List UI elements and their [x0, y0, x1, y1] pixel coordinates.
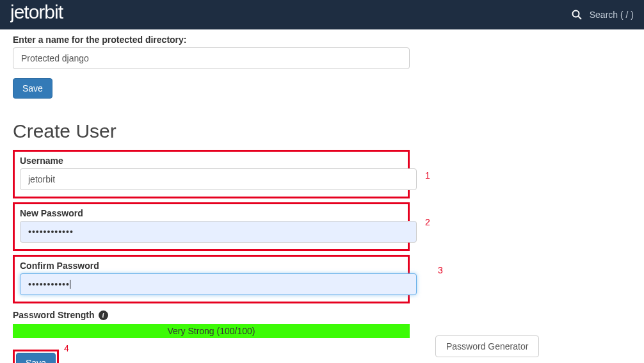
- confirm-password-highlight-box: Confirm Password •••••••••••: [13, 255, 410, 303]
- navbar: jetorbit Search ( / ): [0, 0, 644, 29]
- annotation-1: 1: [425, 170, 430, 181]
- annotation-2: 2: [425, 217, 430, 227]
- protected-dir-label: Enter a name for the protected directory…: [13, 35, 410, 45]
- save-user-button[interactable]: Save: [16, 353, 56, 363]
- svg-line-2: [578, 17, 581, 20]
- search-area[interactable]: Search ( / ): [572, 10, 634, 20]
- annotation-3: 3: [438, 265, 443, 275]
- password-generator-wrap: Password Generator: [435, 335, 539, 357]
- svg-point-1: [572, 11, 579, 17]
- main-content: Enter a name for the protected directory…: [0, 29, 423, 363]
- username-label: Username: [20, 156, 403, 166]
- annotation-4: 4: [64, 343, 69, 353]
- text-cursor: [70, 280, 70, 289]
- new-password-highlight-box: New Password ••••••••••••: [13, 202, 410, 251]
- save-protected-button[interactable]: Save: [13, 78, 52, 99]
- new-password-label: New Password: [20, 208, 403, 218]
- svg-text:jetorbit: jetorbit: [10, 3, 64, 22]
- protected-dir-input[interactable]: [13, 47, 410, 69]
- new-password-input[interactable]: ••••••••••••: [20, 221, 417, 243]
- username-input[interactable]: [20, 168, 417, 190]
- info-icon[interactable]: i: [99, 311, 108, 320]
- logo-svg: jetorbit: [10, 3, 125, 22]
- strength-label-row: Password Strength i: [13, 310, 410, 320]
- password-generator-button[interactable]: Password Generator: [435, 335, 539, 357]
- password-strength-label: Password Strength: [13, 310, 95, 320]
- confirm-password-input[interactable]: •••••••••••: [20, 273, 417, 295]
- protected-dir-group: Enter a name for the protected directory…: [13, 35, 410, 69]
- confirm-password-label: Confirm Password: [20, 261, 403, 271]
- logo: jetorbit: [10, 3, 125, 27]
- password-strength-bar: Very Strong (100/100): [13, 324, 410, 338]
- save-user-highlight-box: Save: [13, 350, 59, 363]
- create-user-heading: Create User: [13, 120, 410, 142]
- username-highlight-box: Username: [13, 150, 410, 198]
- strength-text: Very Strong (100/100): [168, 326, 255, 336]
- search-icon: [572, 10, 582, 20]
- search-placeholder: Search ( / ): [590, 10, 634, 20]
